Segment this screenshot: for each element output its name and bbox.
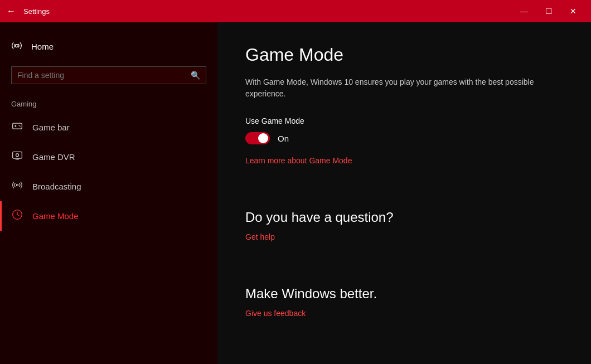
content-area: Game Mode With Game Mode, Windows 10 ens… bbox=[217, 22, 591, 364]
game-mode-toggle[interactable] bbox=[245, 132, 270, 144]
maximize-button[interactable]: ☐ bbox=[537, 0, 560, 22]
game-bar-icon bbox=[11, 120, 23, 134]
titlebar-title: Settings bbox=[23, 7, 50, 16]
toggle-row: On bbox=[245, 132, 563, 144]
sidebar-item-game-mode[interactable]: Game Mode bbox=[0, 201, 217, 231]
sidebar-item-broadcasting[interactable]: Broadcasting bbox=[0, 172, 217, 201]
sidebar: Home 🔍 Gaming Game bar bbox=[0, 22, 217, 364]
back-button[interactable]: ← bbox=[7, 6, 16, 16]
svg-point-0 bbox=[16, 45, 18, 47]
sidebar-item-game-dvr-label: Game DVR bbox=[32, 152, 75, 162]
search-icon: 🔍 bbox=[191, 71, 200, 80]
minimize-button[interactable]: — bbox=[513, 0, 535, 22]
sidebar-item-game-dvr[interactable]: Game DVR bbox=[0, 142, 217, 172]
svg-point-3 bbox=[20, 126, 21, 127]
broadcasting-icon bbox=[11, 179, 23, 193]
question-section-title: Do you have a question? bbox=[245, 210, 563, 225]
svg-rect-4 bbox=[13, 152, 22, 158]
toggle-state-label: On bbox=[278, 134, 289, 143]
page-description: With Game Mode, Windows 10 ensures you p… bbox=[245, 76, 558, 100]
sidebar-item-broadcasting-label: Broadcasting bbox=[32, 182, 81, 191]
main-layout: Home 🔍 Gaming Game bar bbox=[0, 22, 591, 364]
sidebar-item-game-bar-label: Game bar bbox=[32, 123, 70, 132]
learn-more-link[interactable]: Learn more about Game Mode bbox=[245, 156, 352, 165]
home-icon bbox=[11, 40, 22, 53]
svg-point-5 bbox=[16, 154, 19, 157]
sidebar-item-game-mode-label: Game Mode bbox=[32, 211, 79, 221]
improve-section-title: Make Windows better. bbox=[245, 286, 563, 302]
get-help-link[interactable]: Get help bbox=[245, 232, 275, 241]
toggle-section-label: Use Game Mode bbox=[245, 117, 563, 125]
svg-point-6 bbox=[16, 184, 18, 186]
sidebar-item-home[interactable]: Home bbox=[0, 33, 217, 60]
titlebar-controls: — ☐ ✕ bbox=[513, 0, 584, 22]
close-button[interactable]: ✕ bbox=[562, 0, 584, 22]
search-input[interactable] bbox=[17, 71, 191, 80]
titlebar: ← Settings — ☐ ✕ bbox=[0, 0, 591, 22]
page-title: Game Mode bbox=[245, 45, 563, 65]
svg-point-2 bbox=[19, 125, 20, 126]
sidebar-search-box[interactable]: 🔍 bbox=[11, 66, 206, 84]
sidebar-category-label: Gaming bbox=[0, 91, 217, 113]
feedback-link[interactable]: Give us feedback bbox=[245, 309, 306, 318]
svg-rect-1 bbox=[13, 123, 22, 129]
sidebar-home-label: Home bbox=[31, 42, 54, 51]
titlebar-left: ← Settings bbox=[7, 6, 50, 16]
toggle-knob bbox=[258, 133, 268, 143]
game-dvr-icon bbox=[11, 150, 23, 164]
game-mode-icon bbox=[11, 209, 23, 223]
sidebar-item-game-bar[interactable]: Game bar bbox=[0, 113, 217, 142]
